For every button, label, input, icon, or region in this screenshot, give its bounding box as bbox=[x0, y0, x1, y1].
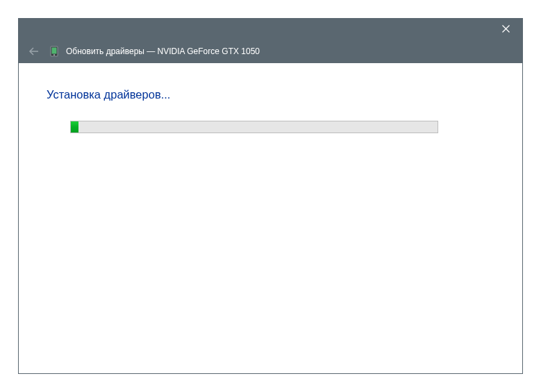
progress-bar bbox=[70, 121, 438, 133]
driver-update-window: Обновить драйверы — NVIDIA GeForce GTX 1… bbox=[18, 18, 523, 374]
wizard-header: Обновить драйверы — NVIDIA GeForce GTX 1… bbox=[19, 40, 522, 63]
svg-rect-4 bbox=[52, 48, 57, 54]
back-button bbox=[28, 46, 40, 57]
progress-fill bbox=[71, 121, 78, 133]
close-button[interactable] bbox=[492, 19, 519, 40]
window-title: Обновить драйверы — NVIDIA GeForce GTX 1… bbox=[66, 46, 260, 56]
device-icon bbox=[49, 46, 59, 57]
status-heading: Установка драйверов... bbox=[47, 88, 494, 101]
close-icon bbox=[502, 23, 510, 35]
outer-frame: Обновить драйверы — NVIDIA GeForce GTX 1… bbox=[0, 0, 541, 392]
svg-point-5 bbox=[53, 54, 55, 56]
content-area: Установка драйверов... bbox=[19, 63, 522, 373]
titlebar bbox=[19, 19, 522, 40]
